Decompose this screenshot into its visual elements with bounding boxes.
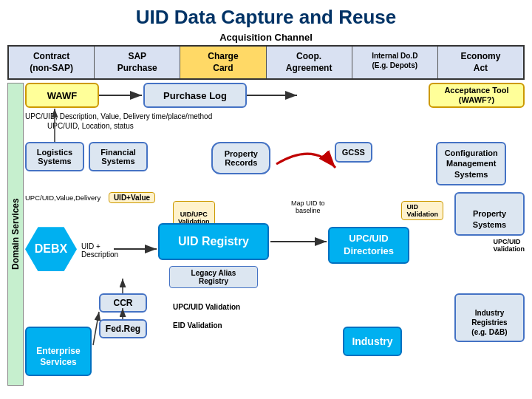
logistics-systems-box: Logistics Systems [25, 142, 84, 171]
debx-hex: DEBX [25, 227, 77, 271]
acq-cell-charge: Charge Card [180, 47, 266, 78]
page-title: UID Data Capture and Reuse [0, 0, 532, 32]
uid-validation-right: UID Validation [401, 201, 443, 220]
config-mgmt-box: Configuration Management Systems [436, 142, 506, 185]
upc-val-mid: UPC/UID Validation [173, 303, 240, 311]
legacy-alias-box: Legacy Alias Registry [169, 266, 258, 288]
systems-row: Logistics Systems Financial Systems Prop… [25, 142, 525, 185]
property-records-box: Property Records [211, 142, 270, 174]
svg-line-11 [93, 312, 99, 345]
acq-cell-coop: Coop. Agreement [267, 47, 352, 78]
debx-shape: DEBX [25, 227, 77, 271]
map-uid-box: Map UID to baseline [291, 192, 325, 214]
acq-cell-economy: Economy Act [438, 47, 523, 78]
page: UID Data Capture and Reuse Acquisition C… [0, 0, 532, 399]
fedreg-box: Fed.Reg [99, 319, 147, 338]
acq-cell-contract: Contract (non-SAP) [9, 47, 95, 78]
industry-reg-box: Industry Registries (e.g. D&B) [454, 293, 525, 342]
acquisition-channel-row: Contract (non-SAP) SAP Purchase Charge C… [7, 45, 525, 80]
content-area: WAWF Purchase Log Acceptance Tool (WAWF?… [25, 83, 525, 386]
domain-services-label: Domain Services [7, 83, 24, 386]
industry-box: Industry [343, 327, 402, 356]
purchase-log-box: Purchase Log [143, 83, 247, 108]
uid-desc-label: UID + Description [81, 234, 118, 259]
acq-cell-internal: Internal Do.D (E.g. Depots) [352, 47, 438, 78]
upc-delivery-row: UPC/UID,Value,Delivery UID+Value [25, 192, 155, 203]
upc-directories-box: UPC/UID Directories [328, 227, 409, 264]
acceptance-tool-box: Acceptance Tool (WAWF?) [429, 83, 525, 108]
ccr-box: CCR [99, 293, 147, 313]
enterprise-services-box: Enterprise Services [25, 327, 92, 376]
acq-cell-sap: SAP Purchase [95, 47, 180, 78]
main-area: Domain Services WAWF Purchase Log Accept… [7, 83, 525, 399]
eid-val: EID Validation [173, 321, 222, 330]
uid-value-tag: UID+Value [109, 192, 155, 203]
upc-desc-text: UPC/UID, Description, Value, Delivery ti… [25, 112, 212, 130]
acq-channel-label: Acquisition Channel [0, 32, 532, 43]
property-systems-box: Property Systems [454, 192, 525, 236]
upc-val-right-box: UPC/UID Validation [493, 231, 525, 253]
wawf-box: WAWF [25, 83, 99, 108]
financial-systems-box: Financial Systems [89, 142, 148, 171]
gcss-box: GCSS [335, 142, 372, 163]
uid-registry-box: UID Registry [158, 223, 269, 260]
